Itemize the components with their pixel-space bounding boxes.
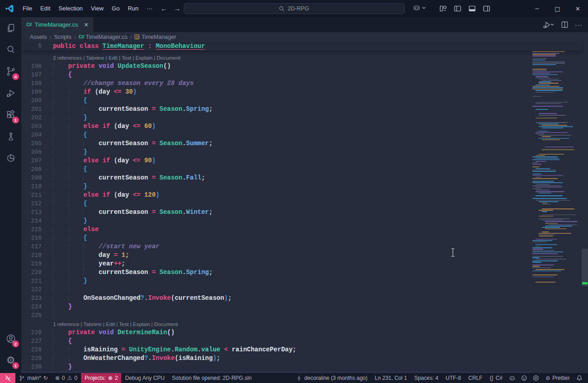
code-line[interactable]: 219 year++; [21, 260, 531, 268]
code-line[interactable]: 229 OnWeatherChanged?.Invoke(isRaining); [21, 354, 531, 363]
tab-timemanager[interactable]: C# TimeManager.cs ✕ [21, 17, 93, 32]
code-line[interactable]: 224 } [21, 303, 531, 311]
search-view-icon[interactable] [0, 39, 21, 61]
extension-status[interactable] [530, 373, 542, 383]
line-number[interactable]: 199 [21, 88, 42, 96]
menu-[interactable]: ··· [143, 0, 157, 17]
sticky-scroll-line[interactable]: 5 public class TimeManager : MonoBehavio… [21, 42, 582, 51]
line-number[interactable]: 215 [21, 225, 42, 234]
copilot-status[interactable] [506, 373, 518, 383]
encoding-status[interactable]: UTF-8 [442, 373, 465, 383]
code-line[interactable]: 208 { [21, 165, 531, 174]
line-number[interactable]: 211 [21, 191, 42, 199]
code-line[interactable]: 200 { [21, 96, 531, 105]
customize-layout-icon[interactable] [440, 5, 447, 12]
explorer-icon[interactable] [0, 17, 21, 39]
toggle-secondary-sidebar-icon[interactable] [483, 5, 490, 12]
projects-status[interactable]: Projects: ⊗ 2 [81, 373, 121, 383]
testing-icon[interactable] [0, 126, 21, 147]
menu-file[interactable]: File [19, 0, 36, 17]
code-line[interactable]: 228 isRaining = UnityEngine.Random.value… [21, 345, 531, 354]
scrollbar-thumb[interactable] [582, 249, 588, 286]
line-number[interactable]: 222 [21, 285, 42, 294]
line-number[interactable]: 201 [21, 105, 42, 113]
code-line[interactable]: 207 else if (day <= 90) [21, 156, 531, 165]
line-number[interactable]: 196 [21, 62, 42, 71]
code-line[interactable]: 230 } [21, 363, 531, 371]
code-line[interactable]: 222 [21, 285, 531, 294]
codelens-row[interactable]: 1 reference | Tabnine | Edit | Test | Ex… [21, 320, 531, 328]
line-number[interactable]: 206 [21, 148, 42, 156]
minimap[interactable] [531, 41, 582, 290]
line-number[interactable]: 200 [21, 96, 42, 105]
tab-close-icon[interactable]: ✕ [84, 22, 88, 28]
code-line[interactable]: 221 } [21, 277, 531, 285]
nav-forward-button[interactable]: → [171, 0, 183, 17]
settings-gear-icon[interactable]: ⚙ 1 [0, 350, 21, 371]
code-line[interactable]: 210 } [21, 182, 531, 191]
line-number[interactable]: 226 [21, 328, 42, 337]
code-line[interactable]: 201 currentSeason = Season.Spring; [21, 105, 531, 113]
line-number[interactable]: 217 [21, 242, 42, 251]
minimize-button[interactable]: ─ [527, 0, 547, 17]
menu-edit[interactable]: Edit [36, 0, 54, 17]
cursor-position[interactable]: Ln 231, Col 1 [371, 373, 411, 383]
code-line[interactable]: 206 } [21, 148, 531, 156]
line-number[interactable]: 214 [21, 217, 42, 225]
line-number[interactable]: 205 [21, 139, 42, 148]
command-center-search[interactable]: 2D-RPG [184, 3, 405, 14]
line-number[interactable]: 218 [21, 251, 42, 260]
code-line[interactable]: 227 { [21, 337, 531, 345]
code-line[interactable]: 211 else if (day <= 120) [21, 191, 531, 199]
more-actions-icon[interactable]: ··· [575, 21, 583, 28]
code-line[interactable]: 214 } [21, 217, 531, 225]
solution-status[interactable]: Solution file opened: 2D-RPG.sln [168, 373, 255, 383]
extensions-icon[interactable]: 1 [0, 104, 21, 126]
code-line[interactable]: 196 private void UpdateSeason() [21, 62, 531, 71]
breadcrumb-item-assets[interactable]: Assets [30, 34, 47, 40]
line-number[interactable]: 230 [21, 363, 42, 371]
line-number[interactable]: 213 [21, 208, 42, 217]
split-editor-icon[interactable] [561, 21, 568, 28]
code-line[interactable]: 212 { [21, 199, 531, 208]
code-line[interactable]: 199 if (day <= 30) [21, 88, 531, 96]
copilot-menu-button[interactable] [413, 4, 426, 12]
source-control-icon[interactable]: 4 [0, 61, 21, 82]
code-line[interactable]: 205 currentSeason = Season.Summer; [21, 139, 531, 148]
breadcrumb-item-timemanager[interactable]: TimeManager [134, 34, 176, 40]
run-debug-icon[interactable] [0, 82, 21, 104]
line-number[interactable]: 204 [21, 131, 42, 139]
code-line[interactable]: 202 } [21, 113, 531, 122]
line-number[interactable]: 228 [21, 345, 42, 354]
accounts-icon[interactable]: 2 [0, 328, 21, 350]
code-line[interactable]: 204 { [21, 131, 531, 139]
code-line[interactable]: 226 private void DetermineRain() [21, 328, 531, 337]
nav-back-button[interactable]: ← [158, 0, 170, 17]
code-line[interactable]: 213 currentSeason = Season.Winter; [21, 208, 531, 217]
menu-view[interactable]: View [87, 0, 108, 17]
code-line[interactable]: 203 else if (day <= 60) [21, 122, 531, 131]
scrollbar[interactable] [582, 32, 588, 373]
indentation-status[interactable]: Spaces: 4 [411, 373, 442, 383]
remote-indicator[interactable] [0, 373, 15, 383]
code-editor[interactable]: 2 references | Tabnine | Edit | Test | E… [21, 51, 531, 373]
codelens-row[interactable]: 2 references | Tabnine | Edit | Test | E… [21, 53, 531, 62]
line-number[interactable]: 202 [21, 113, 42, 122]
line-number[interactable]: 227 [21, 337, 42, 345]
line-number[interactable]: 219 [21, 260, 42, 268]
code-line[interactable]: 215 else [21, 225, 531, 234]
toggle-panel-icon[interactable] [468, 5, 476, 12]
breadcrumb-item-timemanagercs[interactable]: C#TimeManager.cs [79, 34, 128, 40]
menu-run[interactable]: Run [124, 0, 143, 17]
code-line[interactable]: 223 OnSeasonChanged?.Invoke(currentSeaso… [21, 294, 531, 303]
code-line[interactable]: 225 [21, 311, 531, 320]
line-number[interactable]: 197 [21, 71, 42, 79]
line-number[interactable]: 209 [21, 174, 42, 182]
notifications-status[interactable] [574, 373, 588, 383]
breadcrumb-item-scripts[interactable]: Scripts [54, 34, 72, 40]
menu-selection[interactable]: Selection [54, 0, 86, 17]
code-line[interactable]: 197 { [21, 71, 531, 79]
code-line[interactable]: 209 currentSeason = Season.Fall; [21, 174, 531, 182]
code-line[interactable]: 220 currentSeason = Season.Spring; [21, 268, 531, 277]
line-number[interactable]: 224 [21, 303, 42, 311]
